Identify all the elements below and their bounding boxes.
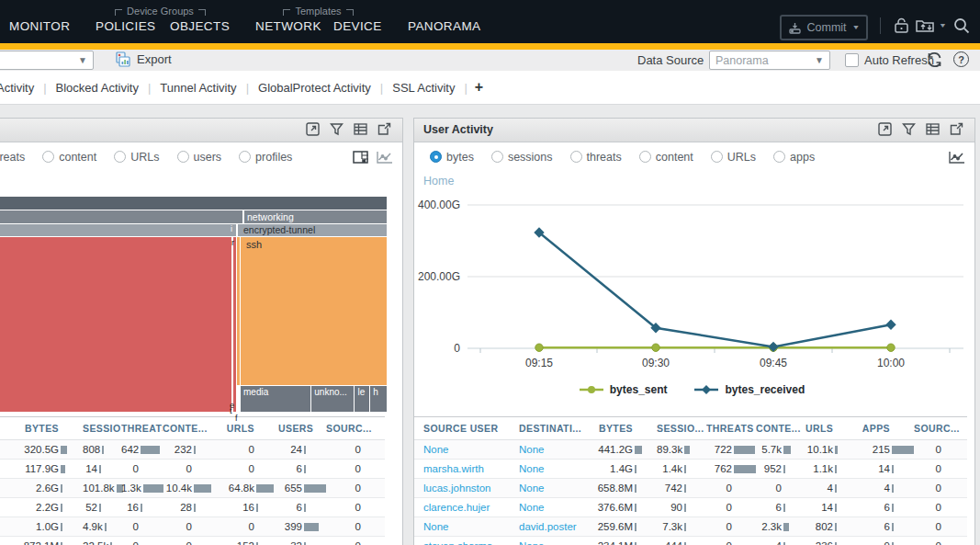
column-header[interactable]: CONTE... <box>163 423 216 434</box>
tab-globalprotect-activity[interactable]: GlobalProtect Activity <box>249 81 380 95</box>
radio-apps[interactable]: apps <box>773 151 815 164</box>
data-source-select[interactable]: Panorama▼ <box>709 51 830 70</box>
column-header[interactable]: BYTES <box>592 423 657 434</box>
help-icon[interactable]: ? <box>953 51 969 67</box>
bracket-right-icon <box>198 9 206 16</box>
column-header[interactable]: SOURC... <box>914 423 965 434</box>
export-panel-icon[interactable] <box>950 122 963 136</box>
user-link[interactable]: None <box>510 483 592 494</box>
radio-threats[interactable]: threats <box>0 151 25 164</box>
value-bar <box>110 542 112 545</box>
treemap-cell-ssh[interactable]: ssh <box>241 237 387 385</box>
column-header[interactable]: THREATS <box>121 423 163 434</box>
svg-text:400.00G: 400.00G <box>418 199 460 211</box>
treemap-cell-networking[interactable]: networking <box>244 210 387 223</box>
auto-refresh-checkbox[interactable] <box>845 53 859 67</box>
metric-cell: 14 <box>857 463 914 474</box>
column-header[interactable]: URLS <box>216 423 278 434</box>
nav-item-device[interactable]: DEVICE <box>333 19 382 33</box>
column-header[interactable]: CONTE... <box>756 423 805 434</box>
tab-activity[interactable]: Activity <box>0 81 43 95</box>
filter-icon[interactable] <box>902 122 916 136</box>
user-link[interactable]: lucas.johnston <box>414 483 510 494</box>
value-bar <box>892 523 894 531</box>
treemap-cell-media[interactable]: media <box>241 386 310 412</box>
column-header[interactable]: URLS <box>805 423 857 434</box>
column-header[interactable]: BYTES <box>0 423 83 434</box>
treemap-category-cell[interactable] <box>0 210 242 223</box>
radio-users[interactable]: users <box>177 151 222 164</box>
treemap-view-icon[interactable] <box>353 151 368 164</box>
treemap-cell-sliver[interactable] <box>233 237 236 412</box>
filter-icon[interactable] <box>330 122 344 136</box>
column-header[interactable]: THREATS <box>706 423 756 434</box>
column-header[interactable]: USERS <box>278 423 326 434</box>
refresh-icon[interactable] <box>926 51 943 68</box>
line-chart-view-icon[interactable] <box>377 151 393 164</box>
user-link[interactable]: None <box>510 540 592 545</box>
device-context-switcher[interactable]: ▼ <box>915 17 947 35</box>
maximize-icon[interactable] <box>878 122 892 136</box>
radio-content[interactable]: content <box>639 151 693 164</box>
metric-cell: 655 <box>278 483 326 494</box>
treemap-category-cell[interactable] <box>0 224 236 236</box>
nav-item-policies[interactable]: POLICIES <box>96 19 155 33</box>
search-icon[interactable] <box>952 17 971 35</box>
column-header[interactable]: SOURC... <box>326 423 385 434</box>
treemap-cell-large[interactable] <box>0 237 231 412</box>
commit-button[interactable]: Commit ▼ <box>780 15 868 40</box>
treemap-cell-unknown[interactable]: unkno... <box>311 386 354 412</box>
unlock-icon[interactable] <box>893 17 912 35</box>
user-link[interactable]: marsha.wirth <box>414 463 510 474</box>
line-chart-view-icon[interactable] <box>949 151 965 164</box>
tab-blocked-activity[interactable]: Blocked Activity <box>47 81 148 95</box>
breadcrumb-home[interactable]: Home <box>423 175 454 187</box>
column-header[interactable]: SESSIO... <box>657 423 706 434</box>
column-header[interactable]: SOURCE USER <box>414 423 510 434</box>
treemap-cell[interactable]: le <box>355 386 369 412</box>
user-link[interactable]: None <box>510 444 592 455</box>
value-bar <box>783 523 789 531</box>
column-header[interactable]: APPS <box>857 423 914 434</box>
treemap-label-fragment: r <box>231 238 234 247</box>
radio-sessions[interactable]: sessions <box>491 151 553 164</box>
treemap-category-band[interactable] <box>0 197 387 210</box>
nav-item-panorama[interactable]: PANORAMA <box>408 19 480 33</box>
tab-tunnel-activity[interactable]: Tunnel Activity <box>151 81 245 95</box>
radio-urls[interactable]: URLs <box>711 151 756 164</box>
column-header[interactable]: DESTINATI... <box>510 423 592 434</box>
export-button[interactable]: Export <box>116 51 172 67</box>
nav-item-monitor[interactable]: MONITOR <box>9 19 70 33</box>
radio-threats[interactable]: threats <box>570 151 622 164</box>
user-link[interactable]: None <box>414 521 510 532</box>
user-link[interactable]: None <box>510 463 592 474</box>
value-bar <box>256 542 258 545</box>
value-bar <box>143 484 163 493</box>
column-header[interactable]: SESSIO... <box>83 423 121 434</box>
time-range-select[interactable]: ▼ <box>0 51 94 70</box>
user-link[interactable]: clarence.hujer <box>414 502 510 513</box>
radio-content[interactable]: content <box>42 151 96 164</box>
radio-profiles[interactable]: profiles <box>239 151 292 164</box>
legend-item-bytes_sent[interactable]: bytes_sent <box>580 383 668 396</box>
nav-item-objects[interactable]: OBJECTS <box>170 19 230 33</box>
legend-item-bytes_received[interactable]: bytes_received <box>694 383 805 396</box>
user-link[interactable]: None <box>510 502 592 513</box>
user-link[interactable]: steven.sharma <box>414 540 510 545</box>
export-panel-icon[interactable] <box>377 122 391 136</box>
treemap-cell-encrypted-tunnel[interactable]: encrypted-tunnel <box>238 224 387 236</box>
nav-item-network[interactable]: NETWORK <box>255 19 321 33</box>
maximize-icon[interactable] <box>306 122 320 136</box>
user-link[interactable]: david.poster <box>510 521 592 532</box>
treemap-cell[interactable]: h <box>370 386 386 412</box>
table-view-icon[interactable] <box>354 122 367 136</box>
tab-ssl-activity[interactable]: SSL Activity <box>383 81 464 95</box>
radio-urls[interactable]: URLs <box>114 151 159 164</box>
svg-text:10:00: 10:00 <box>877 357 905 369</box>
add-tab-button[interactable]: + <box>467 79 490 96</box>
value-bar <box>61 542 62 545</box>
radio-bytes[interactable]: bytes <box>430 151 474 164</box>
table-view-icon[interactable] <box>926 122 940 136</box>
user-link[interactable]: None <box>414 444 510 455</box>
treemap-cell-sliver[interactable] <box>237 237 240 385</box>
